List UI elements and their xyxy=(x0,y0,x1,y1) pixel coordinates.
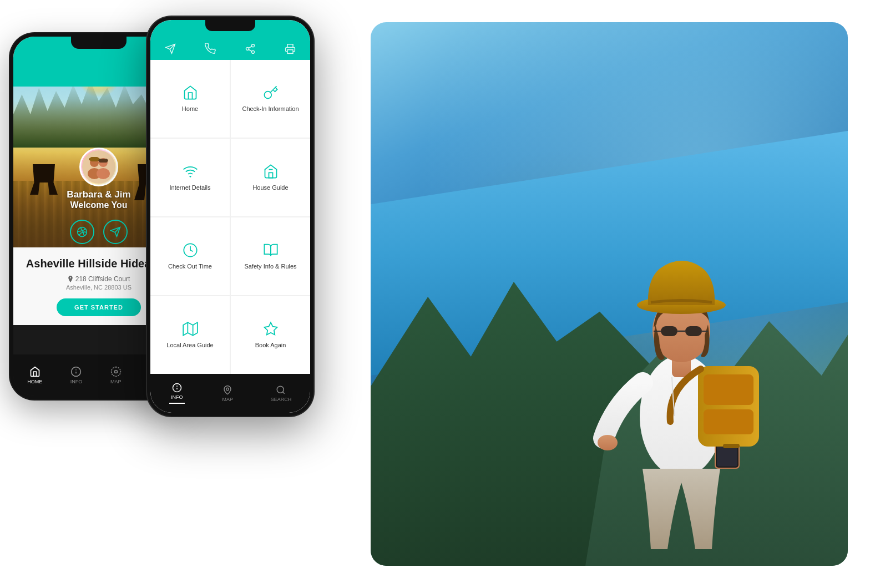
nav-right-search[interactable]: SEARCH xyxy=(271,385,292,402)
nav-underline xyxy=(169,403,185,404)
svg-rect-25 xyxy=(90,157,99,161)
menu-bookagain-label: Book Again xyxy=(255,341,286,349)
svg-rect-16 xyxy=(723,444,740,448)
nav-info-label: INFO xyxy=(70,379,83,384)
send-icon[interactable] xyxy=(165,43,176,54)
menu-checkin-label: Check-In Information xyxy=(242,105,299,113)
svg-rect-15 xyxy=(704,409,753,434)
share-icon[interactable] xyxy=(245,43,256,54)
house-guide-icon xyxy=(263,164,279,179)
nav-right-map-label: MAP xyxy=(222,397,233,402)
svg-rect-44 xyxy=(287,50,293,54)
nav-right-map[interactable]: MAP xyxy=(222,385,233,402)
notch-left xyxy=(71,37,127,49)
menu-home[interactable]: Home xyxy=(150,60,230,138)
send-button[interactable] xyxy=(103,220,128,244)
map-icon xyxy=(183,321,198,337)
menu-houseguide-label: House Guide xyxy=(252,184,288,191)
svg-point-56 xyxy=(277,386,284,393)
svg-marker-51 xyxy=(264,322,277,334)
menu-checkout[interactable]: Check Out Time xyxy=(150,217,230,295)
print-icon[interactable] xyxy=(285,43,296,54)
action-buttons xyxy=(70,220,128,244)
svg-marker-48 xyxy=(183,322,198,335)
home-menu-icon xyxy=(183,85,198,100)
background-photo xyxy=(371,22,848,566)
svg-point-41 xyxy=(252,50,255,53)
menu-grid: Home Check-In Information Internet Detai… xyxy=(150,60,310,374)
menu-safety-label: Safety Info & Rules xyxy=(244,262,296,270)
svg-point-55 xyxy=(226,388,229,391)
svg-point-19 xyxy=(82,150,115,184)
svg-point-23 xyxy=(97,168,110,179)
key-icon xyxy=(263,85,279,100)
svg-rect-14 xyxy=(704,374,753,405)
phone-right-screen: Home Check-In Information Internet Detai… xyxy=(150,20,310,413)
person-figure xyxy=(570,150,803,566)
person-svg xyxy=(570,150,803,566)
get-started-button[interactable]: GET STARTED xyxy=(57,298,141,316)
menu-home-label: Home xyxy=(182,105,198,113)
notch-right xyxy=(205,20,255,31)
menu-checkin[interactable]: Check-In Information xyxy=(231,60,310,138)
clock-icon xyxy=(183,242,198,258)
nav-home[interactable]: HOME xyxy=(27,366,42,384)
svg-point-39 xyxy=(252,44,255,47)
menu-houseguide[interactable]: House Guide xyxy=(231,139,310,216)
svg-rect-7 xyxy=(661,326,677,336)
menu-checkout-label: Check Out Time xyxy=(168,262,212,270)
address-line1: 218 Cliffside Court xyxy=(75,275,130,283)
menu-safety[interactable]: Safety Info & Rules xyxy=(231,217,310,295)
menu-bookagain[interactable]: Book Again xyxy=(231,296,310,374)
svg-line-57 xyxy=(283,392,285,393)
svg-point-17 xyxy=(598,435,618,450)
svg-point-34 xyxy=(114,371,117,373)
wifi-icon xyxy=(183,164,198,179)
phone-icon[interactable] xyxy=(205,43,216,54)
star-icon xyxy=(263,321,279,337)
svg-rect-8 xyxy=(685,326,702,336)
svg-line-42 xyxy=(249,49,252,51)
menu-localarea[interactable]: Local Area Guide xyxy=(150,296,230,374)
nav-home-label: HOME xyxy=(27,379,42,384)
nav-right-info-label: INFO xyxy=(171,394,183,400)
avatar xyxy=(79,148,118,186)
menu-localarea-label: Local Area Guide xyxy=(166,341,213,349)
phone-button[interactable] xyxy=(70,220,94,244)
phone-right: Home Check-In Information Internet Detai… xyxy=(147,17,313,416)
svg-point-40 xyxy=(246,48,249,50)
menu-internet[interactable]: Internet Details xyxy=(150,139,230,216)
nav-right-info[interactable]: INFO xyxy=(169,383,185,404)
svg-line-43 xyxy=(249,46,252,48)
book-icon xyxy=(263,242,279,258)
svg-rect-46 xyxy=(269,173,272,178)
svg-rect-27 xyxy=(99,159,108,163)
nav-map[interactable]: MAP xyxy=(110,366,122,384)
menu-internet-label: Internet Details xyxy=(170,184,211,191)
bottom-nav-right: INFO MAP SEARCH xyxy=(150,374,310,413)
nav-right-search-label: SEARCH xyxy=(271,397,292,402)
nav-info[interactable]: INFO xyxy=(70,366,83,384)
nav-map-label: MAP xyxy=(110,379,122,384)
